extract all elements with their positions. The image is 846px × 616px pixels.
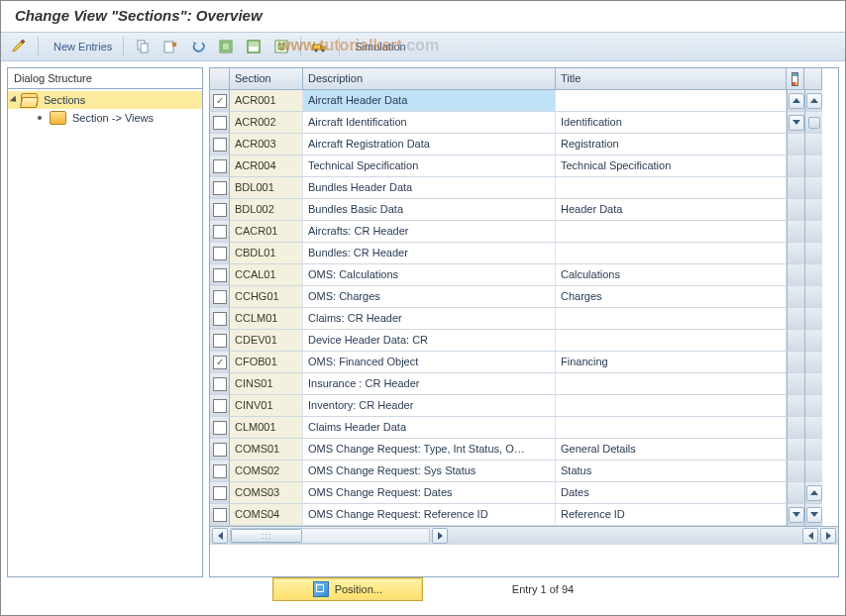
cell-title[interactable]: General Details <box>556 439 787 461</box>
row-selector[interactable] <box>210 177 230 199</box>
position-button[interactable]: Position... <box>272 577 423 601</box>
vscroll-track[interactable] <box>804 395 822 417</box>
copy-button[interactable] <box>131 36 155 57</box>
vscroll-track[interactable] <box>804 439 822 461</box>
vscroll-track[interactable] <box>787 264 804 286</box>
row-selector[interactable] <box>210 221 230 243</box>
delete-button[interactable] <box>159 36 182 57</box>
cell-description[interactable]: OMS Change Request: Reference ID <box>303 504 556 526</box>
row-checkbox[interactable] <box>213 312 227 326</box>
scroll-top-button[interactable] <box>787 90 804 112</box>
scroll-down-button[interactable] <box>804 482 822 504</box>
row-checkbox[interactable]: ✓ <box>213 356 227 369</box>
vscroll-track[interactable] <box>787 352 804 373</box>
cell-section[interactable]: ACR004 <box>230 155 303 177</box>
cell-title[interactable]: Financing <box>556 352 787 373</box>
row-checkbox[interactable] <box>213 247 227 260</box>
toggle-change-button[interactable] <box>7 36 31 57</box>
row-selector[interactable] <box>210 155 230 177</box>
vscroll-track[interactable] <box>787 177 804 199</box>
cell-description[interactable]: Claims: CR Header <box>303 308 556 330</box>
row-checkbox[interactable] <box>213 421 227 435</box>
vscroll-track[interactable] <box>787 199 804 221</box>
row-selector[interactable] <box>210 373 230 395</box>
cell-section[interactable]: CCAL01 <box>230 264 303 286</box>
row-selector[interactable] <box>210 308 230 330</box>
cell-description[interactable]: OMS: Calculations <box>303 264 556 286</box>
cell-description[interactable]: Inventory: CR Header <box>303 395 556 417</box>
vscroll-track[interactable] <box>804 243 822 264</box>
vscroll-track[interactable] <box>787 417 804 439</box>
row-checkbox[interactable] <box>213 486 227 500</box>
cell-title[interactable]: Dates <box>556 482 787 504</box>
cell-description[interactable]: Bundles: CR Header <box>303 243 556 264</box>
row-selector[interactable] <box>210 504 230 526</box>
scroll-bottom-button[interactable] <box>787 504 804 526</box>
vscroll-track[interactable] <box>787 330 804 352</box>
vscroll-thumb[interactable] <box>804 112 822 134</box>
cell-description[interactable]: OMS Change Request: Type, Int Status, O… <box>303 439 556 461</box>
cell-section[interactable]: CLM001 <box>230 417 303 439</box>
cell-title[interactable] <box>556 308 787 330</box>
cell-section[interactable]: CFOB01 <box>230 352 303 373</box>
cell-section[interactable]: BDL002 <box>230 199 303 221</box>
row-selector[interactable] <box>210 461 230 482</box>
row-checkbox[interactable] <box>213 138 227 152</box>
cell-description[interactable]: OMS Change Request: Dates <box>303 482 556 504</box>
table-config-button[interactable] <box>787 68 804 90</box>
cell-description[interactable]: Bundles Basic Data <box>303 199 556 221</box>
vscroll-track[interactable] <box>787 112 804 134</box>
row-checkbox[interactable] <box>213 399 227 413</box>
cell-title[interactable]: Identification <box>556 112 787 134</box>
cell-description[interactable]: Insurance : CR Header <box>303 373 556 395</box>
row-selector[interactable]: ✓ <box>210 90 230 112</box>
cell-section[interactable]: CINV01 <box>230 395 303 417</box>
vscroll-track[interactable] <box>787 482 804 504</box>
vscroll-track[interactable] <box>804 264 822 286</box>
vscroll-track[interactable] <box>787 243 804 264</box>
cell-section[interactable]: CCLM01 <box>230 308 303 330</box>
cell-title[interactable] <box>556 395 787 417</box>
cell-title[interactable] <box>556 177 787 199</box>
vscroll-track[interactable] <box>787 155 804 177</box>
hscroll-thumb[interactable]: ::: <box>231 529 302 543</box>
cell-section[interactable]: CBDL01 <box>230 243 303 264</box>
scroll-right-button[interactable] <box>432 528 448 544</box>
row-checkbox[interactable] <box>213 464 227 478</box>
col-header-title[interactable]: Title <box>556 68 787 90</box>
cell-title[interactable]: Charges <box>556 286 787 308</box>
vscroll-track[interactable] <box>804 155 822 177</box>
cell-section[interactable]: ACR003 <box>230 134 303 155</box>
tree-node-section-views[interactable]: Section -> Views <box>8 109 202 127</box>
scroll-right-end-button[interactable] <box>820 528 836 544</box>
row-checkbox[interactable] <box>213 203 227 217</box>
select-block-button[interactable] <box>242 36 265 57</box>
scroll-down-button[interactable] <box>804 504 822 526</box>
scroll-left-end-button[interactable] <box>802 528 818 544</box>
cell-title[interactable]: Registration <box>556 134 787 155</box>
row-selector[interactable] <box>210 286 230 308</box>
cell-title[interactable] <box>556 243 787 264</box>
row-checkbox[interactable] <box>213 334 227 348</box>
row-selector[interactable] <box>210 395 230 417</box>
cell-section[interactable]: CINS01 <box>230 373 303 395</box>
cell-title[interactable]: Status <box>556 461 787 482</box>
row-checkbox[interactable] <box>213 159 227 173</box>
vscroll-track[interactable] <box>804 286 822 308</box>
vscroll-track[interactable] <box>804 330 822 352</box>
expander-icon[interactable] <box>10 95 19 104</box>
cell-section[interactable]: ACR002 <box>230 112 303 134</box>
vscroll-track[interactable] <box>804 352 822 373</box>
cell-section[interactable]: CACR01 <box>230 221 303 243</box>
vscroll-track[interactable] <box>804 134 822 155</box>
cell-title[interactable]: Header Data <box>556 199 787 221</box>
horizontal-scrollbar[interactable]: ::: <box>210 526 838 545</box>
cell-section[interactable]: ACR001 <box>230 90 303 112</box>
cell-description[interactable]: Aircraft Header Data <box>303 90 556 112</box>
row-selector[interactable] <box>210 417 230 439</box>
vscroll-track[interactable] <box>804 461 822 482</box>
cell-description[interactable]: Device Header Data: CR <box>303 330 556 352</box>
vscroll-track[interactable] <box>787 221 804 243</box>
cell-section[interactable]: CDEV01 <box>230 330 303 352</box>
hscroll-track[interactable]: ::: <box>230 528 430 544</box>
